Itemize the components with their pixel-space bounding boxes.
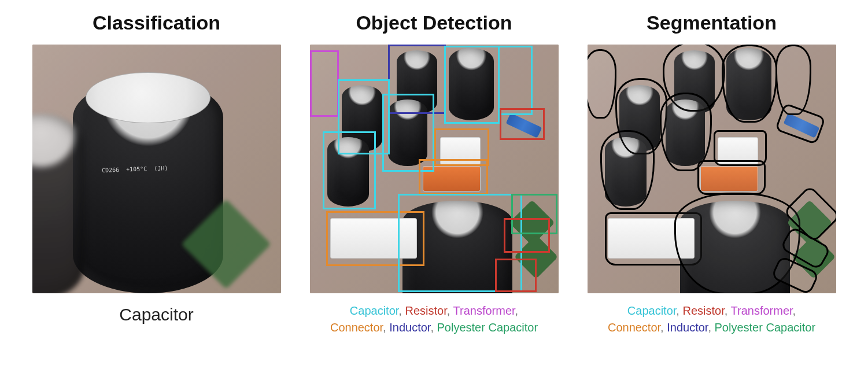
bbox-capacitor bbox=[498, 46, 533, 115]
classification-title: Classification bbox=[93, 12, 220, 34]
legend-polyester-capacitor: Polyester Capacitor bbox=[715, 321, 816, 334]
classification-image: CD266 +105°C (JH) bbox=[32, 45, 281, 293]
seg-capacitor bbox=[722, 45, 777, 123]
legend-polyester-capacitor: Polyester Capacitor bbox=[437, 321, 538, 334]
segmentation-legend: Capacitor, Resistor, Transformer, Connec… bbox=[608, 303, 815, 336]
object-detection-legend: Capacitor, Resistor, Transformer, Connec… bbox=[330, 303, 538, 336]
legend-connector: Connector bbox=[330, 321, 383, 334]
legend-capacitor: Capacitor bbox=[627, 304, 677, 317]
legend-resistor: Resistor bbox=[405, 304, 446, 317]
bbox-capacitor bbox=[323, 131, 376, 209]
seg-transformer bbox=[588, 49, 616, 119]
cv-task-comparison: Classification CD266 +105°C (JH) Capacit… bbox=[35, 12, 833, 336]
segmentation-image bbox=[588, 45, 836, 293]
bbox-transformer bbox=[310, 50, 339, 117]
seg-capacitor bbox=[775, 45, 811, 115]
bbox-resistor bbox=[500, 108, 545, 140]
legend-capacitor: Capacitor bbox=[350, 304, 399, 317]
segmentation-panel: Segmentation bbox=[588, 12, 836, 336]
seg-capacitor bbox=[600, 130, 655, 210]
object-detection-panel: Object Detection bbox=[310, 12, 559, 336]
seg-capacitor bbox=[660, 93, 712, 171]
object-detection-title: Object Detection bbox=[356, 12, 512, 34]
object-detection-image bbox=[310, 45, 559, 293]
legend-resistor: Resistor bbox=[682, 304, 724, 317]
legend-inductor: Inductor bbox=[667, 321, 708, 334]
legend-inductor: Inductor bbox=[389, 321, 430, 334]
legend-connector: Connector bbox=[608, 321, 660, 334]
legend-transformer: Transformer bbox=[453, 304, 515, 317]
bbox-connector bbox=[419, 159, 488, 195]
bbox-resistor bbox=[504, 218, 550, 253]
seg-connector bbox=[697, 160, 766, 195]
legend-transformer: Transformer bbox=[731, 304, 793, 317]
classification-caption: Capacitor bbox=[119, 305, 193, 325]
bbox-capacitor bbox=[444, 46, 500, 124]
segmentation-title: Segmentation bbox=[647, 12, 777, 34]
bbox-resistor bbox=[495, 259, 537, 292]
classification-panel: Classification CD266 +105°C (JH) Capacit… bbox=[32, 12, 281, 336]
